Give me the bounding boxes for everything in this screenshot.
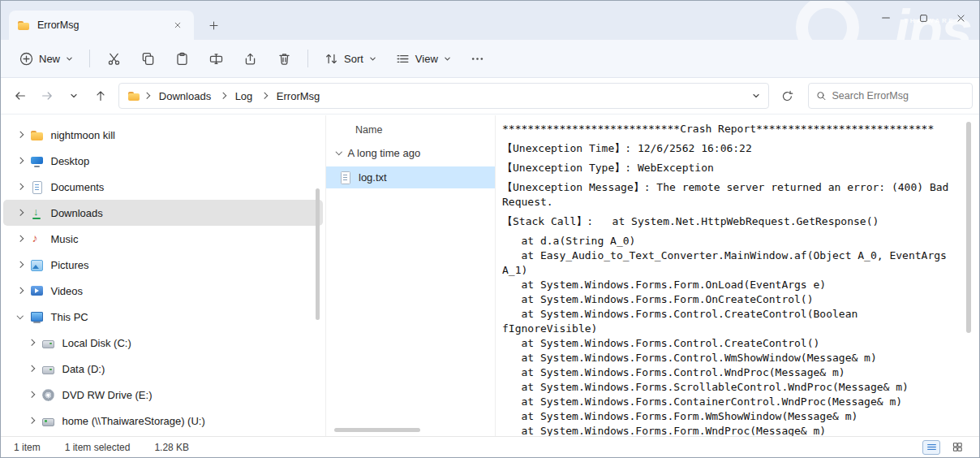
rename-button[interactable] (200, 45, 232, 72)
tab-errormsg[interactable]: ErrorMsg (9, 11, 194, 40)
folder-icon (17, 19, 30, 32)
maximize-button[interactable] (905, 1, 942, 35)
chevron-down-icon (70, 92, 78, 100)
chevron-right-icon[interactable] (17, 158, 24, 164)
chevron-down-icon (444, 55, 451, 63)
details-view-icon (926, 442, 937, 452)
chevron-right-icon[interactable] (17, 210, 24, 216)
disk-drive-icon (41, 362, 55, 376)
chevron-right-icon[interactable] (17, 132, 24, 138)
search-input[interactable] (832, 90, 965, 102)
search-box[interactable] (808, 83, 973, 109)
preview-line: at System.Windows.Forms.Form.OnLoad(Even… (502, 278, 959, 292)
copy-button[interactable] (131, 45, 164, 72)
minimize-icon (880, 12, 892, 24)
address-dropdown-chevron-icon[interactable] (752, 92, 760, 100)
item-count: 1 item (14, 442, 41, 453)
share-button[interactable] (234, 45, 266, 72)
sidebar-item-nightmoon-kill[interactable]: nightmoon kill (3, 122, 323, 148)
network-drive-icon (41, 414, 55, 428)
preview-pane: ****************************Crash Report… (495, 115, 979, 436)
new-button[interactable]: New (11, 45, 82, 72)
view-button[interactable]: View (387, 45, 460, 72)
up-button[interactable] (87, 83, 114, 110)
sidebar-item-downloads[interactable]: Downloads (3, 200, 323, 226)
preview-line: at System.Windows.Forms.Form.WmShowWindo… (502, 409, 959, 424)
music-icon (30, 232, 44, 246)
breadcrumb-errormsg[interactable]: ErrorMsg (271, 88, 325, 105)
chevron-right-icon[interactable] (28, 417, 35, 424)
address-row: Downloads Log ErrorMsg (1, 78, 979, 114)
chevron-right-icon[interactable] (28, 391, 35, 398)
breadcrumb-log[interactable]: Log (230, 88, 259, 105)
back-button[interactable] (7, 83, 34, 110)
sidebar-item-documents[interactable]: Documents (3, 174, 323, 200)
command-toolbar: New Sort View (1, 40, 979, 78)
sidebar-item-label: nightmoon kill (51, 129, 116, 141)
forward-button[interactable] (34, 83, 61, 110)
preview-line: 【Stack Call】: at System.Net.HttpWebReque… (502, 214, 959, 229)
chevron-right-icon[interactable] (28, 339, 35, 346)
chevron-right-icon[interactable] (17, 184, 24, 190)
cut-icon (107, 52, 121, 66)
preview-line: at Easy_Audio_to_Text_Converter.MainWind… (502, 248, 959, 278)
sidebar-item-label: This PC (51, 311, 88, 323)
preview-line: at System.Windows.Forms.Form.OnCreateCon… (502, 292, 959, 307)
close-button[interactable] (942, 1, 979, 35)
ellipsis-icon (471, 52, 484, 66)
chevron-right-icon[interactable] (17, 235, 24, 242)
sidebar-item-pictures[interactable]: Pictures (3, 252, 323, 278)
documents-icon (30, 180, 44, 194)
preview-line: at System.Windows.Forms.ScrollableContro… (502, 380, 959, 395)
more-options-button[interactable] (462, 45, 494, 72)
selection-count: 1 item selected (65, 442, 131, 453)
refresh-button[interactable] (774, 83, 800, 109)
preview-scrollbar-thumb[interactable] (966, 122, 971, 333)
sidebar-item-home-network-drive[interactable]: home (\\ThaiwareStorage) (U:) (3, 408, 323, 434)
sort-button[interactable]: Sort (316, 45, 385, 72)
sidebar-item-music[interactable]: Music (3, 226, 323, 252)
chevron-down-icon[interactable] (17, 313, 24, 319)
file-row-log-txt[interactable]: log.txt (326, 166, 495, 188)
tab-close-button[interactable] (170, 17, 186, 33)
breadcrumb-downloads[interactable]: Downloads (153, 88, 217, 105)
address-bar[interactable]: Downloads Log ErrorMsg (118, 83, 769, 109)
large-icons-view-toggle[interactable] (948, 440, 966, 455)
paste-button[interactable] (165, 45, 198, 72)
folder-icon (30, 128, 44, 142)
sidebar-item-data-d[interactable]: Data (D:) (3, 356, 323, 382)
disk-drive-icon (41, 336, 55, 350)
sidebar-item-dvd-drive-e[interactable]: DVD RW Drive (E:) (3, 382, 323, 408)
minimize-button[interactable] (867, 1, 905, 35)
column-header-name[interactable]: Name (326, 120, 495, 142)
sidebar-item-label: home (\\ThaiwareStorage) (U:) (62, 415, 205, 427)
sort-icon (325, 52, 338, 66)
cut-button[interactable] (97, 45, 130, 72)
videos-icon (30, 284, 44, 298)
sidebar-item-videos[interactable]: Videos (3, 278, 323, 304)
new-tab-button[interactable] (202, 14, 225, 37)
delete-button[interactable] (268, 45, 300, 72)
chevron-right-icon[interactable] (17, 287, 24, 294)
sidebar-item-this-pc[interactable]: This PC (3, 304, 323, 330)
share-icon (243, 52, 257, 66)
status-bar: 1 item 1 item selected 1.28 KB (1, 436, 979, 457)
folder-icon (127, 89, 140, 102)
chevron-right-icon[interactable] (17, 261, 24, 268)
group-header-label: A long time ago (348, 147, 421, 159)
recent-locations-button[interactable] (61, 83, 88, 110)
group-header[interactable]: A long time ago (326, 142, 495, 164)
chevron-right-icon[interactable] (28, 365, 35, 372)
preview-line: 【Unexception Type】: WebException (502, 161, 959, 175)
chevron-down-icon[interactable] (336, 149, 342, 155)
sidebar-item-label: Desktop (51, 155, 90, 167)
close-icon (956, 13, 966, 24)
main-content: nightmoon kill Desktop Documents Downloa… (1, 115, 979, 436)
sidebar-item-desktop[interactable]: Desktop (3, 148, 323, 174)
toolbar-divider (89, 50, 90, 67)
details-view-toggle[interactable] (922, 440, 940, 455)
sidebar-scrollbar-thumb[interactable] (316, 188, 320, 320)
sidebar-item-local-disk-c[interactable]: Local Disk (C:) (3, 330, 323, 356)
preview-line: 【Unexception Time】: 12/6/2562 16:06:22 (502, 141, 959, 156)
horizontal-scrollbar-thumb[interactable] (334, 428, 420, 432)
